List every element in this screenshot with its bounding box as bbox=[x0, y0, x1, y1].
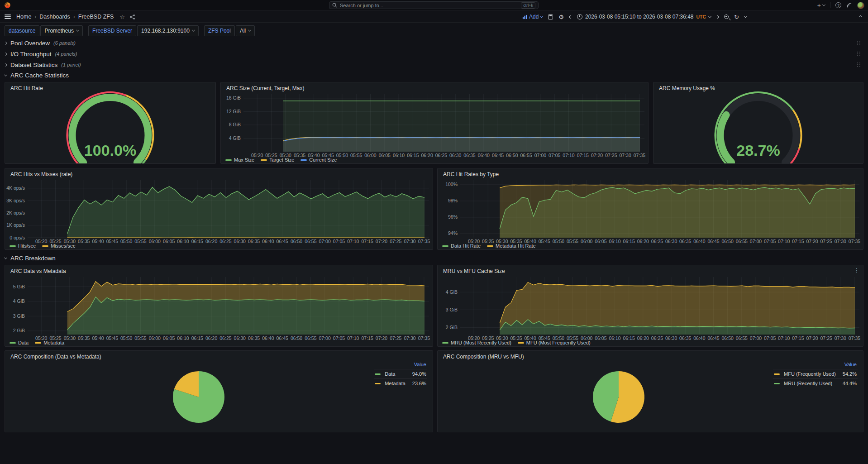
legend-label: Data Hit Rate bbox=[451, 243, 481, 249]
news-rss-icon[interactable] bbox=[846, 2, 852, 8]
row-dataset-statistics[interactable]: Dataset Statistics (1 panel) bbox=[5, 61, 863, 69]
panel-title[interactable]: ARC Hit Rates by Type bbox=[443, 171, 499, 177]
legend-label: MFU (Frequently Used) bbox=[784, 371, 836, 377]
panel-mru-vs-mfu: MRU vs MFU Cache Size ⋮ 05:2005:2505:300… bbox=[437, 265, 863, 347]
chevron-down-icon bbox=[4, 256, 7, 259]
arc-memory-usage-gauge: 28.7% bbox=[653, 82, 863, 163]
help-icon[interactable]: ? bbox=[835, 2, 841, 8]
svg-text:06:40: 06:40 bbox=[262, 239, 274, 244]
legend-item[interactable]: Data bbox=[10, 340, 29, 345]
svg-text:2 GiB: 2 GiB bbox=[13, 328, 25, 333]
variable-label: FreeBSD Server bbox=[92, 28, 132, 34]
dashboard-settings-icon[interactable]: ⚙ bbox=[558, 14, 564, 20]
svg-text:06:10: 06:10 bbox=[609, 335, 620, 341]
svg-text:06:25: 06:25 bbox=[219, 239, 231, 244]
save-dashboard-icon[interactable] bbox=[548, 14, 553, 19]
breadcrumb-dashboards[interactable]: Dashboards bbox=[39, 14, 70, 20]
panel-title[interactable]: ARC Size (Current, Target, Max) bbox=[226, 85, 305, 91]
svg-text:06:15: 06:15 bbox=[191, 239, 203, 244]
legend-item[interactable]: Max Size bbox=[225, 157, 254, 163]
legend-item[interactable]: MFU (Most Frequently Used) bbox=[518, 340, 591, 345]
legend-value-header[interactable]: Value bbox=[374, 361, 427, 369]
search-input[interactable]: Search or jump to... ctrl+k bbox=[329, 1, 539, 9]
variable-freebsd-server: FreeBSD Server 192.168.2.130:9100 bbox=[88, 25, 199, 36]
svg-text:06:40: 06:40 bbox=[262, 335, 274, 341]
svg-text:07:15: 07:15 bbox=[792, 335, 804, 341]
svg-text:07:00: 07:00 bbox=[319, 239, 331, 244]
panel-title[interactable]: ARC Composition (MRU vs MFU) bbox=[443, 354, 524, 360]
chart-legend: Max SizeTarget SizeCurrent Size bbox=[225, 157, 337, 163]
pie-legend-row[interactable]: MFU (Frequently Used)54.2% bbox=[773, 369, 858, 378]
grafana-logo-icon[interactable] bbox=[4, 1, 11, 9]
svg-text:06:30: 06:30 bbox=[449, 153, 461, 158]
svg-text:07:05: 07:05 bbox=[764, 239, 776, 244]
svg-text:06:35: 06:35 bbox=[679, 239, 691, 244]
svg-text:07:15: 07:15 bbox=[361, 239, 373, 244]
svg-text:06:45: 06:45 bbox=[707, 335, 719, 341]
legend-item[interactable]: Hits/sec bbox=[10, 243, 36, 249]
timezone-label: UTC bbox=[696, 14, 706, 19]
legend-item[interactable]: Metadata bbox=[35, 340, 64, 345]
grafana-dashboard: Search or jump to... ctrl+k + ? Home › D… bbox=[0, 0, 868, 464]
time-shift-forward-icon[interactable] bbox=[716, 15, 719, 18]
svg-text:06:25: 06:25 bbox=[219, 335, 231, 341]
svg-text:16 GiB: 16 GiB bbox=[226, 95, 241, 100]
row-title: I/O Throughput bbox=[10, 51, 52, 57]
share-icon[interactable] bbox=[129, 14, 135, 20]
navbar-right-actions: + ? bbox=[817, 0, 864, 10]
legend-item[interactable]: Current Size bbox=[300, 157, 337, 163]
arc-composition-pie bbox=[5, 351, 433, 432]
row-drag-handle-icon[interactable] bbox=[857, 52, 861, 57]
svg-text:06:55: 06:55 bbox=[736, 239, 748, 244]
row-arc-cache-statistics[interactable]: ARC Cache Statistics bbox=[5, 71, 863, 79]
legend-item[interactable]: Data Hit Rate bbox=[442, 243, 481, 249]
time-shift-back-icon[interactable] bbox=[569, 15, 572, 18]
legend-value-header[interactable]: Value bbox=[773, 361, 858, 369]
svg-text:06:00: 06:00 bbox=[149, 239, 161, 244]
refresh-interval-chevron-icon[interactable] bbox=[744, 14, 747, 18]
favorite-star-icon[interactable]: ☆ bbox=[119, 14, 125, 20]
row-drag-handle-icon[interactable] bbox=[857, 41, 861, 46]
panel-arc-composition-mru-mfu: ARC Composition (MRU vs MFU) ValueMFU (F… bbox=[437, 350, 863, 432]
collapse-controls-icon[interactable] bbox=[859, 15, 862, 19]
panel-title[interactable]: ARC Memory Usage % bbox=[659, 85, 715, 91]
zoom-out-time-icon[interactable] bbox=[724, 14, 729, 19]
new-menu-button[interactable]: + bbox=[817, 2, 825, 9]
add-panel-button[interactable]: Add bbox=[522, 14, 543, 20]
panel-title[interactable]: ARC Hits vs Misses (rate) bbox=[10, 171, 72, 177]
svg-text:06:45: 06:45 bbox=[492, 153, 504, 158]
row-arc-breakdown[interactable]: ARC Breakdown bbox=[5, 254, 863, 262]
legend-label: MRU (Most Recently Used) bbox=[451, 340, 511, 345]
row-pool-overview[interactable]: Pool Overview (6 panels) bbox=[5, 39, 863, 47]
variable-value-dropdown[interactable]: All bbox=[236, 25, 255, 36]
svg-text:06:00: 06:00 bbox=[581, 239, 592, 244]
panel-title[interactable]: ARC Data vs Metadata bbox=[10, 268, 66, 274]
panel-menu-icon[interactable]: ⋮ bbox=[854, 267, 859, 273]
legend-item[interactable]: Metadata Hit Rate bbox=[487, 243, 536, 249]
user-avatar[interactable] bbox=[857, 2, 864, 9]
panel-title[interactable]: MRU vs MFU Cache Size bbox=[443, 268, 505, 274]
mega-menu-icon[interactable] bbox=[5, 14, 11, 19]
legend-item[interactable]: Target Size bbox=[261, 157, 294, 163]
svg-text:12 GiB: 12 GiB bbox=[226, 109, 241, 114]
panel-title[interactable]: ARC Composition (Data vs Metadata) bbox=[10, 354, 101, 360]
svg-text:94%: 94% bbox=[448, 230, 458, 236]
legend-item[interactable]: MRU (Most Recently Used) bbox=[442, 340, 511, 345]
chevron-down-icon bbox=[76, 28, 79, 31]
row-io-throughput[interactable]: I/O Throughput (4 panels) bbox=[5, 50, 863, 58]
svg-text:4 GiB: 4 GiB bbox=[13, 298, 25, 304]
variable-value-dropdown[interactable]: 192.168.2.130:9100 bbox=[137, 25, 199, 36]
refresh-icon[interactable]: ↻ bbox=[734, 14, 739, 20]
row-drag-handle-icon[interactable] bbox=[857, 62, 861, 67]
time-range-picker[interactable]: 2026-03-08 05:15:10 to 2026-03-08 07:36:… bbox=[577, 14, 711, 20]
pie-legend-row[interactable]: Metadata23.6% bbox=[374, 378, 427, 388]
legend-swatch bbox=[774, 383, 780, 384]
variable-value-dropdown[interactable]: Prometheus bbox=[40, 25, 83, 36]
svg-text:06:25: 06:25 bbox=[651, 335, 663, 341]
legend-item[interactable]: Misses/sec bbox=[42, 243, 75, 249]
pie-legend-row[interactable]: Data94.0% bbox=[374, 369, 427, 378]
breadcrumb-home[interactable]: Home bbox=[16, 14, 31, 20]
panel-title[interactable]: ARC Hit Rate bbox=[10, 85, 43, 91]
pie-legend-row[interactable]: MRU (Recently Used)44.4% bbox=[773, 378, 858, 388]
legend-swatch bbox=[375, 373, 381, 375]
